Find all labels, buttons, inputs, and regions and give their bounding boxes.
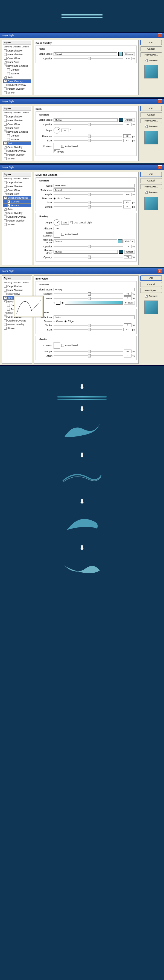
invert-checkbox[interactable] [53,150,56,153]
cancel-button[interactable]: Cancel [140,46,162,51]
color-swatch[interactable] [119,118,123,122]
style-item[interactable]: Pattern Overlay [3,153,31,157]
gloss-contour-picker[interactable] [53,231,60,237]
style-item[interactable]: Drop Shadow [3,115,31,119]
size-input[interactable]: 43 [123,200,131,204]
antialiased-checkbox[interactable] [61,233,64,235]
style-item-outer-glow[interactable]: Outer Glow [3,56,31,60]
direction-up-radio[interactable]: ◉ [53,197,56,200]
jitter-input[interactable]: 0 [124,354,132,358]
size-slider[interactable] [53,140,122,141]
angle-input[interactable]: 19 [61,129,69,132]
distance-input[interactable]: 42 [123,134,131,138]
style-item-stroke[interactable]: Stroke [3,91,31,95]
preview-checkbox[interactable] [145,191,148,194]
style-item-contour[interactable]: Contour [3,68,31,72]
source-edge-radio[interactable]: ◉ [64,320,67,323]
soften-input[interactable]: 0 [123,205,131,208]
close-icon[interactable]: × [158,33,162,37]
opacity-slider[interactable] [53,124,123,125]
ok-button[interactable]: OK [140,40,162,45]
new-style-button[interactable]: New Style... [140,52,162,57]
highlight-mode-select[interactable]: Screen [53,239,117,243]
technique-select[interactable]: Softer [53,315,135,319]
style-item[interactable]: Blending Options: Default [3,111,31,115]
blend-mode-select[interactable]: Multiply [53,288,135,291]
style-item-drop-shadow[interactable]: Drop Shadow [3,49,31,52]
sh-opacity-input[interactable]: 75 [124,255,132,259]
distance-slider[interactable] [53,136,122,137]
close-icon[interactable]: × [158,165,162,169]
style-item-pattern-overlay[interactable]: Pattern Overlay [3,87,31,91]
titlebar[interactable]: Layer Style × [0,99,164,104]
noise-input[interactable]: 0 [124,296,132,300]
preview-checkbox[interactable] [145,125,148,128]
style-item[interactable]: Contour [3,134,31,138]
global-light-checkbox[interactable] [70,221,73,224]
blend-mode-select[interactable]: Multiply [53,118,117,122]
close-icon[interactable]: × [158,99,162,103]
technique-select[interactable]: Smooth [53,188,135,192]
close-icon[interactable]: × [158,269,162,273]
style-item[interactable]: Inner Shadow [3,119,31,123]
style-item[interactable]: Color Overlay [3,145,31,149]
style-item[interactable]: Gradient Overlay [3,149,31,153]
style-item-bevel[interactable]: Bevel and Emboss [3,64,31,68]
preview-checkbox[interactable] [145,295,148,298]
contour-editor-popup[interactable] [14,296,44,317]
gradient-picker[interactable] [65,301,122,305]
style-item[interactable]: Bevel and Emboss [3,130,31,134]
gradient-radio[interactable]: ◉ [61,301,64,304]
style-item-satin[interactable]: Satin [3,142,31,145]
cancel-button[interactable]: Cancel [140,282,162,287]
choke-input[interactable]: 0 [124,323,132,327]
angle-dial[interactable] [53,127,60,134]
opacity-input[interactable]: 50 [124,123,132,126]
style-item-satin[interactable]: Satin [3,75,31,79]
style-item-texture[interactable]: Texture [3,72,31,75]
size-input[interactable]: 43 [123,139,131,142]
style-select[interactable]: Inner Bevel [53,184,135,188]
new-style-button[interactable]: New Style... [140,288,162,293]
antialiased-checkbox[interactable] [61,145,64,148]
style-item[interactable]: Blending Options: Default [3,45,31,49]
hl-opacity-input[interactable]: 75 [124,245,132,248]
antialiased-checkbox[interactable] [61,344,64,347]
ok-button[interactable]: OK [140,106,162,111]
style-item[interactable]: Texture [3,138,31,142]
style-item[interactable]: Inner Glow [3,126,31,130]
style-item-color-overlay[interactable]: Color Overlay [3,79,31,83]
style-item-inner-glow[interactable]: Inner Glow [3,60,31,64]
cancel-button[interactable]: Cancel [140,178,162,183]
new-style-button[interactable]: New Style... [140,118,162,123]
range-input[interactable]: 50 [124,350,132,353]
angle-dial[interactable] [53,220,60,226]
style-item-bevel[interactable]: Bevel and Emboss [3,196,31,200]
size-input[interactable]: 43 [123,328,131,331]
new-style-button[interactable]: New Style... [140,184,162,189]
preview-checkbox[interactable] [145,59,148,62]
shadow-color-swatch[interactable] [119,250,123,254]
style-item-inner-shadow[interactable]: Inner Shadow [3,52,31,56]
style-item-gradient-overlay[interactable]: Gradient Overlay [3,83,31,87]
color-swatch[interactable] [118,52,123,56]
shadow-mode-select[interactable]: Multiply [53,250,118,254]
source-center-radio[interactable]: ○ [53,320,55,323]
ok-button[interactable]: OK [140,172,162,177]
angle-input[interactable]: 120 [61,221,69,224]
titlebar[interactable]: Layer Style × [0,33,164,38]
cancel-button[interactable]: Cancel [140,112,162,117]
style-item[interactable]: Stroke [3,157,31,161]
ok-button[interactable]: OK [140,275,162,281]
style-item[interactable]: Outer Glow [3,123,31,126]
direction-down-radio[interactable]: ○ [61,197,63,200]
contour-curve[interactable] [15,297,42,316]
titlebar[interactable]: Layer Style × [0,165,164,170]
blend-mode-select[interactable]: Normal [53,52,117,56]
contour-picker[interactable] [53,143,60,150]
highlight-color-swatch[interactable] [118,239,122,243]
color-radio[interactable]: ○ [53,301,55,304]
opacity-input[interactable]: 100 [124,57,132,60]
opacity-slider[interactable] [53,58,123,59]
opacity-input[interactable]: 75 [124,292,132,296]
